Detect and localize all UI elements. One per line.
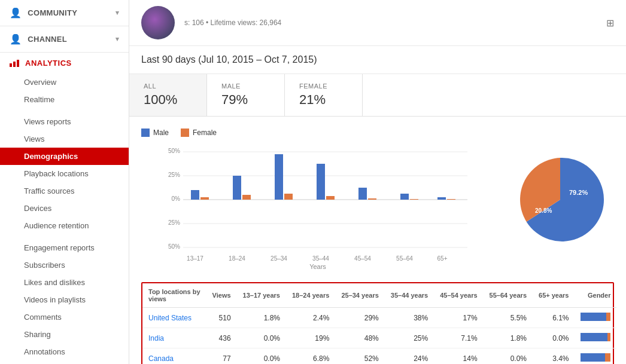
sidebar-item-videos-in-playlists[interactable]: Videos in playlists (0, 291, 129, 308)
svg-text:0%: 0% (172, 195, 181, 202)
community-header[interactable]: 👤 COMMUNITY ▾ (0, 0, 129, 26)
sidebar-item-overview[interactable]: Overview (0, 74, 129, 91)
cell-c5564: 0.0% (484, 348, 533, 365)
cell-c2534: 48% (335, 328, 384, 348)
svg-text:50%: 50% (168, 148, 180, 154)
tab-male-label: MALE (221, 82, 270, 90)
tab-female-label: FEMALE (299, 82, 348, 90)
svg-text:45–54: 45–54 (354, 255, 371, 262)
col-5564: 55–64 years (484, 283, 533, 308)
channel-thumbnail (141, 6, 175, 39)
sidebar-item-traffic-sources[interactable]: Traffic sources (0, 182, 129, 200)
svg-rect-15 (284, 194, 293, 200)
sidebar-item-cards[interactable]: Cards BETA (0, 360, 129, 364)
tab-male[interactable]: MALE 79% (207, 74, 285, 116)
cell-c1824: 2.4% (286, 308, 335, 328)
cell-c65p: 3.4% (533, 348, 575, 365)
cell-c65p: 6.1% (533, 308, 575, 328)
svg-rect-21 (410, 199, 418, 200)
legend-male: Male (141, 129, 169, 137)
svg-rect-14 (275, 154, 283, 200)
sidebar-item-playback-locations[interactable]: Playback locations (0, 165, 129, 182)
analytics-section: ANALYTICS Overview Realtime Views report… (0, 53, 129, 364)
analytics-label: ANALYTICS (25, 59, 72, 68)
sidebar-item-comments[interactable]: Comments (0, 308, 129, 326)
cell-c1317: 1.8% (237, 308, 286, 328)
col-2534: 25–34 years (335, 283, 384, 308)
legend-male-label: Male (153, 129, 169, 137)
date-range: Last 90 days (Jul 10, 2015 – Oct 7, 2015… (129, 46, 626, 74)
legend-female-color (181, 129, 189, 137)
main-content: s: 106 • Lifetime views: 26,964 ⊞ Last 9… (129, 0, 626, 364)
sidebar-item-likes-dislikes[interactable]: Likes and dislikes (0, 274, 129, 291)
svg-text:25%: 25% (168, 172, 180, 178)
cell-views: 436 (206, 328, 237, 348)
cell-c5564: 5.5% (484, 308, 533, 328)
sidebar-item-subscribers[interactable]: Subscribers (0, 256, 129, 274)
svg-rect-19 (368, 198, 376, 200)
tab-female[interactable]: FEMALE 21% (285, 74, 363, 116)
channel-section: 👤 CHANNEL ▾ (0, 26, 129, 53)
cell-c3544: 24% (385, 348, 434, 365)
sidebar-item-views-reports[interactable]: Views reports (0, 113, 129, 130)
channel-header[interactable]: 👤 CHANNEL ▾ (0, 26, 129, 52)
svg-text:55–64: 55–64 (396, 255, 413, 262)
chart-legend: Male Female (141, 129, 494, 137)
cell-location[interactable]: India (142, 328, 206, 348)
cell-c4554: 7.1% (434, 328, 483, 348)
tab-female-value: 21% (299, 92, 348, 108)
col-1317: 13–17 years (237, 283, 286, 308)
cell-location[interactable]: Canada (142, 348, 206, 365)
cell-c65p: 0.0% (533, 328, 575, 348)
cell-c4554: 14% (434, 348, 483, 365)
chevron-down-icon: ▾ (116, 9, 119, 17)
svg-text:35–44: 35–44 (312, 255, 329, 262)
col-4554: 45–54 years (434, 283, 483, 308)
cell-c5564: 1.8% (484, 328, 533, 348)
svg-rect-11 (200, 197, 209, 200)
pie-chart-wrap: 79.2% 20.8% (506, 129, 614, 270)
person-icon: 👤 (10, 7, 22, 19)
svg-text:13–17: 13–17 (187, 255, 203, 262)
bar-chart-svg: 50% 25% 0% 25% 50% (141, 144, 494, 264)
account-icon: 👤 (10, 33, 22, 45)
sidebar-item-engagement-reports[interactable]: Engagement reports (0, 239, 129, 256)
share-icon[interactable]: ⊞ (606, 17, 614, 29)
gender-tabs: ALL 100% MALE 79% FEMALE 21% (129, 74, 626, 117)
cell-gender (575, 328, 616, 348)
sidebar-item-annotations[interactable]: Annotations (0, 343, 129, 360)
col-views: Views (206, 283, 237, 308)
tab-all-label: ALL (144, 82, 192, 90)
x-axis-label: Years (141, 263, 494, 270)
svg-text:20.8%: 20.8% (535, 207, 552, 214)
svg-rect-16 (317, 164, 325, 200)
svg-rect-10 (191, 190, 199, 200)
tab-all[interactable]: ALL 100% (129, 74, 207, 116)
svg-rect-23 (447, 199, 455, 200)
sidebar-item-audience-retention[interactable]: Audience retention (0, 217, 129, 234)
cell-views: 77 (206, 348, 237, 365)
bar-chart-wrap: Male Female 50% 25% 0% 25% 50% (141, 129, 494, 270)
tab-all-value: 100% (144, 92, 192, 108)
svg-text:65+: 65+ (437, 255, 448, 262)
sidebar-item-demographics[interactable]: Demographics (0, 148, 129, 165)
svg-rect-13 (242, 195, 251, 200)
cell-gender (575, 348, 616, 365)
cell-c1824: 6.8% (286, 348, 335, 365)
svg-rect-17 (326, 196, 335, 200)
sidebar: 👤 COMMUNITY ▾ 👤 CHANNEL ▾ ANALYTICS Over… (0, 0, 129, 364)
data-table-wrap: Top locations byviews Views 13–17 years … (141, 282, 614, 364)
table-row: United States5101.8%2.4%29%38%17%5.5%6.1… (142, 308, 616, 328)
cell-c1317: 0.0% (237, 328, 286, 348)
cell-c4554: 17% (434, 308, 483, 328)
cell-location[interactable]: United States (142, 308, 206, 328)
sidebar-item-devices[interactable]: Devices (0, 200, 129, 217)
sidebar-item-views[interactable]: Views (0, 130, 129, 148)
cell-c2534: 29% (335, 308, 384, 328)
sidebar-item-realtime[interactable]: Realtime (0, 91, 129, 108)
svg-text:25–34: 25–34 (271, 255, 287, 262)
sidebar-item-sharing[interactable]: Sharing (0, 326, 129, 343)
table-row: Canada770.0%6.8%52%24%14%0.0%3.4% (142, 348, 616, 365)
locations-table: Top locations byviews Views 13–17 years … (142, 283, 616, 364)
channel-label: CHANNEL (28, 35, 67, 44)
